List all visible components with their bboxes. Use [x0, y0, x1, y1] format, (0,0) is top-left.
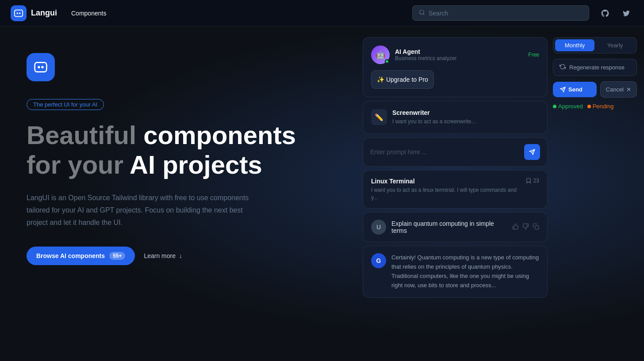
terminal-desc: I want you to act as a linux terminal. I… — [371, 186, 521, 201]
gpt-avatar: G — [371, 253, 386, 268]
bookmark-icon-wrap: 23 — [525, 178, 539, 184]
terminal-info: Linux Terminal I want you to act as a li… — [371, 178, 521, 201]
thumbs-up-icon[interactable] — [512, 223, 519, 232]
user-avatar: U — [371, 220, 386, 235]
gpt-reply: G Certainly! Quantum computing is a new … — [363, 246, 548, 297]
browse-ai-button[interactable]: Browse AI components 55+ — [27, 247, 135, 265]
approved-status: Approved — [553, 103, 583, 110]
arrow-down-icon: ↓ — [179, 252, 182, 259]
logo[interactable]: Langui — [11, 5, 57, 21]
main-content: The perfect UI for your AI Beautiful com… — [0, 27, 644, 361]
agent-header: 🤖 AI Agent Business metrics analyzer Fre… — [371, 46, 539, 64]
terminal-name: Linux Terminal — [371, 178, 521, 185]
nav-icons — [598, 6, 633, 20]
svg-point-8 — [41, 66, 43, 68]
pending-status: Pending — [587, 103, 614, 110]
regenerate-response-button[interactable]: Regenerate response — [553, 59, 637, 76]
status-row: Approved Pending — [553, 103, 637, 110]
billing-toggle: Monthly Yearly — [553, 37, 637, 53]
logo-text: Langui — [31, 8, 57, 18]
pending-dot — [587, 105, 591, 108]
browse-btn-badge: 55+ — [109, 252, 125, 260]
prompt-send-button[interactable] — [524, 144, 540, 160]
hero-section: The perfect UI for your AI Beautiful com… — [0, 27, 363, 361]
controls-column: Monthly Yearly Regenerate response — [553, 37, 637, 350]
user-message-text: Explain quantum computing in simple term… — [391, 220, 507, 234]
hero-title-dim2: for your — [27, 150, 130, 179]
svg-point-5 — [420, 10, 424, 14]
terminal-header: Linux Terminal I want you to act as a li… — [371, 178, 539, 201]
navbar: Langui Components — [0, 0, 644, 27]
agent-card: 🤖 AI Agent Business metrics analyzer Fre… — [363, 37, 548, 97]
nav-components[interactable]: Components — [71, 10, 106, 17]
bookmark-count: 23 — [533, 178, 539, 184]
screenwriter-icon: ✏️ — [371, 109, 387, 125]
hero-description: LangUI is an Open Source Tailwind librar… — [27, 192, 265, 229]
user-message: U Explain quantum computing in simple te… — [363, 212, 548, 242]
browse-btn-label: Browse AI components — [36, 252, 105, 259]
agent-name: AI Agent — [395, 48, 523, 55]
regen-icon — [560, 64, 566, 71]
hero-title-dim1: Beautiful — [27, 121, 143, 149]
svg-rect-9 — [535, 226, 539, 229]
yearly-toggle[interactable]: Yearly — [595, 39, 635, 51]
hero-actions: Browse AI components 55+ Learn more ↓ — [27, 247, 336, 265]
screenwriter-desc: I want you to act as a screenwrite... — [392, 118, 539, 125]
prompt-input-wrap — [363, 137, 548, 167]
search-icon — [419, 9, 425, 17]
hero-title-bright2: AI projects — [130, 150, 262, 179]
agent-info: AI Agent Business metrics analyzer — [395, 48, 523, 61]
approved-label: Approved — [558, 103, 583, 110]
cancel-button[interactable]: Cancel ✕ — [600, 81, 637, 98]
upgrade-to-pro-button[interactable]: ✨ Upgrade to Pro — [371, 70, 434, 89]
prompt-input[interactable] — [370, 148, 520, 156]
svg-point-2 — [16, 12, 18, 14]
agent-online-dot — [385, 59, 389, 64]
svg-point-7 — [38, 66, 40, 68]
send-cancel-row: Send Cancel ✕ — [553, 81, 637, 98]
agent-subtitle: Business metrics analyzer — [395, 55, 523, 61]
github-icon[interactable] — [598, 6, 612, 20]
approved-dot — [553, 105, 556, 108]
svg-rect-4 — [15, 10, 23, 16]
regen-label: Regenerate response — [569, 64, 625, 71]
gpt-reply-text: Certainly! Quantum computing is a new ty… — [391, 253, 539, 290]
screenwriter-card[interactable]: ✏️ Screenwriter I want you to act as a s… — [363, 101, 548, 134]
hero-logo-icon — [27, 53, 55, 81]
screenwriter-name: Screenwriter — [392, 109, 539, 116]
thumbs-down-icon[interactable] — [522, 223, 529, 232]
right-panel: 🤖 AI Agent Business metrics analyzer Fre… — [363, 27, 644, 361]
svg-point-3 — [19, 12, 21, 14]
learn-more-button[interactable]: Learn more ↓ — [144, 252, 182, 259]
learn-more-label: Learn more — [144, 252, 176, 259]
hero-title: Beautiful components for your AI project… — [27, 121, 336, 179]
monthly-toggle[interactable]: Monthly — [555, 39, 594, 51]
agent-free-badge: Free — [528, 52, 539, 58]
cancel-x-icon: ✕ — [626, 86, 631, 93]
svg-rect-6 — [35, 62, 47, 72]
send-button[interactable]: Send — [553, 82, 597, 97]
logo-icon — [11, 5, 27, 21]
search-bar[interactable] — [412, 5, 589, 21]
cancel-label: Cancel — [606, 86, 624, 93]
send-label: Send — [568, 86, 583, 93]
twitter-icon[interactable] — [619, 6, 633, 20]
search-input[interactable] — [429, 10, 583, 17]
copy-icon[interactable] — [533, 223, 539, 232]
hero-badge: The perfect UI for your AI — [27, 99, 104, 110]
screenwriter-info: Screenwriter I want you to act as a scre… — [392, 109, 539, 125]
pending-label: Pending — [593, 103, 614, 110]
terminal-card[interactable]: Linux Terminal I want you to act as a li… — [363, 170, 548, 209]
chat-column: 🤖 AI Agent Business metrics analyzer Fre… — [363, 37, 548, 350]
nav-links: Components — [71, 10, 412, 17]
hero-title-bright1: components — [143, 121, 296, 149]
chat-actions — [512, 223, 539, 232]
